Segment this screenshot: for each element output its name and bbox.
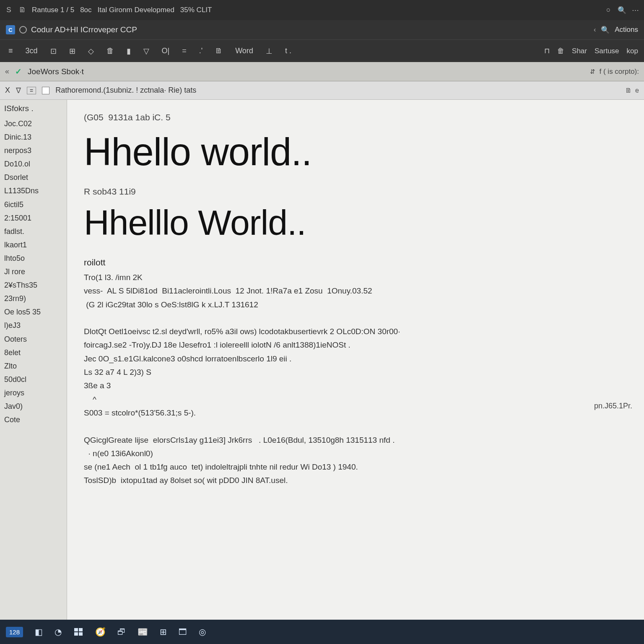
toolbar-word-label[interactable]: Word	[233, 45, 256, 57]
os-taskbar: 128 ◧ ◔ 🧭 🗗 📰 ⊞ 🗖 ◎	[0, 620, 644, 644]
taskbar-item-2[interactable]: ◔	[55, 627, 62, 637]
diamond-icon[interactable]: ◇	[86, 45, 96, 57]
sidebar-item[interactable]: l)eJ3	[4, 320, 62, 331]
sidebar-item[interactable]: 50d0cl	[4, 374, 62, 385]
equals-box[interactable]: =	[27, 87, 36, 94]
taskbar-item-3[interactable]: 🧭	[95, 627, 106, 637]
sidebar[interactable]: ISfokrs . Joc.C02Dinic.13nerpos3 Do10.ol…	[0, 100, 67, 620]
perp-icon[interactable]: ⊥	[263, 45, 275, 57]
toolbar-text-dot[interactable]: .'	[197, 45, 205, 57]
section-head: roilott	[84, 257, 631, 267]
sidebar-item[interactable]: Oe los5 35	[4, 306, 62, 317]
app-logo-icon: C	[6, 25, 15, 34]
sidebar-item[interactable]: Cote	[4, 414, 62, 425]
tab-right-text: f ( is corpto):	[600, 68, 639, 76]
taskbar-item-6[interactable]: ⊞	[160, 627, 167, 637]
taskbar-item-7[interactable]: 🗖	[179, 627, 187, 637]
sidebar-item[interactable]: lkaort1	[4, 239, 62, 250]
more-icon[interactable]: ⋯	[631, 6, 639, 14]
code-label-1: R sob43 11i9	[84, 187, 631, 197]
actions-label[interactable]: Actions	[615, 26, 638, 34]
hamburger-icon[interactable]: ≡	[6, 45, 16, 57]
tab-strip: « ✓ JoeWors Sbok·t ⇵ f ( is corpto):	[0, 62, 644, 81]
code-line: · n(e0 13i6Akonl0)	[84, 447, 631, 460]
tab-label[interactable]: JoeWors Sbok·t	[28, 67, 84, 76]
sidebar-item[interactable]: 6ictil5	[4, 199, 62, 210]
bar-icon[interactable]: ▮	[124, 45, 133, 57]
windows-start-icon[interactable]	[73, 627, 83, 637]
sidebar-item[interactable]: 23rn9)	[4, 293, 62, 304]
taskbar-badge[interactable]: 128	[6, 627, 23, 637]
sidebar-item[interactable]: Joc.C02	[4, 118, 62, 129]
sidebar-item[interactable]: fadlst.	[4, 226, 62, 237]
sidebar-item[interactable]: lhto5o	[4, 253, 62, 264]
kop-button[interactable]: kop	[627, 47, 638, 55]
sidebar-heading: ISfokrs .	[4, 104, 62, 113]
titlebar-text-3: Ital Gironm Developmed	[98, 6, 174, 14]
sidebar-item[interactable]: Jav0)	[4, 401, 62, 412]
menubar-title: Codur AD+HI ICrroveper CCP	[31, 25, 137, 34]
sort-icon[interactable]: ⇵	[590, 68, 595, 75]
titlebar-text-1: Rantuse 1 / 5	[32, 6, 74, 14]
titlebar-text-4: 35% CLIT	[180, 6, 212, 14]
sidebar-item[interactable]: Jl rore	[4, 266, 62, 277]
doc-icon: 🗎	[18, 6, 26, 14]
heading-hello-world-2: Hhelllo World..	[84, 203, 631, 243]
chevron-left-icon[interactable]: ‹	[594, 26, 596, 34]
triangle-down-icon[interactable]: ▽	[141, 45, 152, 57]
taskbar-item-8[interactable]: ◎	[199, 627, 206, 637]
code-line: Tro(1 l3. /imn 2K	[84, 271, 631, 284]
code-line: (G 2l iGc29tat 30lo s OeS:lst8lG k x.LJ.…	[84, 298, 631, 312]
sartuse-button[interactable]: Sartuse	[595, 47, 619, 55]
toolbar-t-label[interactable]: t .	[283, 45, 294, 57]
sidebar-item[interactable]: Do10.ol	[4, 158, 62, 169]
code-line: S003 = stcolro*(513'56.31;s 5-).	[84, 406, 631, 420]
page-icon[interactable]: 🗎	[213, 45, 225, 57]
breadcrumb-bar: X ∇ = Rathoremond.(1subniz. ! zctnala· R…	[0, 81, 644, 100]
sidebar-item[interactable]: jeroys	[4, 387, 62, 398]
toolbar-text-ol[interactable]: O|	[159, 45, 172, 57]
workspace: ISfokrs . Joc.C02Dinic.13nerpos3 Do10.ol…	[0, 100, 644, 620]
svg-rect-2	[74, 632, 78, 636]
sidebar-item[interactable]: Ooters	[4, 334, 62, 345]
round-icon	[19, 26, 27, 34]
sidebar-item[interactable]: L1135Dns	[4, 185, 62, 196]
filter-icon[interactable]: ∇	[16, 86, 21, 95]
share-button[interactable]: Shar	[572, 47, 587, 55]
sidebar-item[interactable]: 2¥sThs35	[4, 280, 62, 291]
code-line: QGicglGreate lijse elorsCrls1ay g11ei3] …	[84, 434, 631, 447]
taskbar-item-1[interactable]: ◧	[35, 627, 43, 637]
code-line	[84, 420, 631, 433]
breadcrumb-text: Rathoremond.(1subniz. ! zctnala· Rie) ta…	[55, 86, 196, 95]
close-icon[interactable]: X	[5, 86, 10, 95]
sidebar-item[interactable]: Dinic.13	[4, 132, 62, 143]
page-icon[interactable]: 🗎	[625, 87, 632, 94]
code-line: Jec 0O_s1.e1Gl.kalcone3 o0shcd lorratoen…	[84, 352, 631, 366]
chevron-double-left-icon[interactable]: «	[5, 67, 9, 76]
search-icon[interactable]: 🔍	[618, 6, 626, 14]
box-icon[interactable]: ⊓	[544, 47, 550, 55]
circle-icon[interactable]: ○	[605, 6, 612, 14]
layout-icon-2[interactable]: ⊞	[67, 45, 78, 57]
code-line: Ls 32 a7 4 L 2)3) S	[84, 366, 631, 379]
code-line: se (ne1 Aech ol 1 tb1fg auco tet) indole…	[84, 460, 631, 474]
equals-icon[interactable]: =	[179, 45, 189, 57]
editor-pane[interactable]: (G05 9131a 1ab iC. 5 Hhello world.. R so…	[67, 100, 644, 620]
sidebar-item[interactable]: Dsorlet	[4, 172, 62, 183]
sidebar-item[interactable]: 2:15001	[4, 213, 62, 223]
sidebar-item[interactable]: Zlto	[4, 361, 62, 371]
taskbar-item-5[interactable]: 📰	[138, 627, 148, 637]
search-icon[interactable]: 🔍	[601, 26, 610, 34]
toolbar-text-3cd[interactable]: 3cd	[23, 45, 40, 57]
layout-icon-1[interactable]: ⊡	[48, 45, 59, 57]
trash-icon-2[interactable]: 🗑	[557, 47, 564, 55]
taskbar-item-4[interactable]: 🗗	[117, 627, 126, 637]
trash-icon[interactable]: 🗑	[104, 45, 117, 57]
code-line: vess- AL S 5lDi81od Bi11aclerointli.Lous…	[84, 284, 631, 298]
titlebar-text-2: 8oc	[80, 6, 91, 14]
code-line: 3ße a 3	[84, 379, 631, 392]
sidebar-item[interactable]: 8elet	[4, 347, 62, 358]
sidebar-item[interactable]: nerpos3	[4, 145, 62, 156]
code-line: ^	[84, 393, 631, 406]
heading-hello-world-1: Hhello world..	[84, 130, 631, 174]
